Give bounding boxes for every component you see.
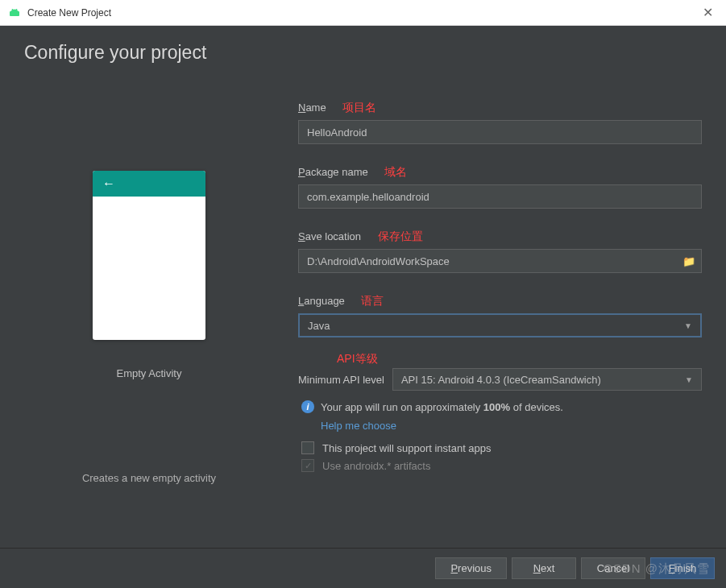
info-icon: i	[301, 400, 314, 413]
androidx-row: Use androidx.* artifacts	[298, 459, 702, 472]
cancel-button[interactable]: Cancel	[581, 557, 645, 579]
name-field: Name 项目名	[298, 100, 702, 144]
info-text: Your app will run on approximately 100% …	[321, 401, 563, 413]
location-field: Save location 保存位置 📁	[298, 229, 702, 273]
chevron-down-icon: ▼	[684, 321, 692, 330]
body-row: ← Empty Activity Creates a new empty act…	[24, 100, 702, 484]
previous-button[interactable]: Previous	[435, 557, 507, 579]
name-input[interactable]	[298, 120, 702, 144]
preview-header: ←	[93, 171, 205, 197]
android-icon	[8, 6, 21, 19]
chevron-down-icon: ▼	[685, 375, 693, 384]
api-value: API 15: Android 4.0.3 (IceCreamSandwich)	[401, 374, 601, 386]
api-select[interactable]: API 15: Android 4.0.3 (IceCreamSandwich)…	[392, 368, 702, 391]
language-select[interactable]: Java ▼	[298, 313, 702, 337]
window-title: Create New Project	[27, 7, 111, 19]
back-arrow-icon: ←	[102, 176, 115, 191]
language-annotation: 语言	[361, 294, 384, 307]
package-field: Package name 域名	[298, 164, 702, 209]
name-annotation: 项目名	[342, 101, 376, 114]
page-title: Configure your project	[24, 42, 702, 64]
right-column: Name 项目名 Package name 域名 Save location	[298, 100, 702, 484]
package-label: Package name	[298, 166, 368, 178]
location-annotation: 保存位置	[378, 230, 423, 242]
title-bar: Create New Project ✕	[0, 0, 726, 26]
activity-preview-card: ←	[93, 171, 205, 340]
language-value: Java	[308, 320, 330, 332]
finish-button[interactable]: Finish	[650, 557, 715, 579]
button-bar: Previous Next Cancel Finish	[0, 548, 726, 588]
title-left: Create New Project	[8, 6, 111, 19]
location-label: Save location	[298, 230, 361, 242]
svg-rect-0	[10, 11, 19, 16]
main-area: Configure your project ← Empty Activity …	[0, 26, 726, 588]
folder-browse-icon[interactable]: 📁	[682, 255, 695, 267]
instant-apps-checkbox[interactable]	[301, 441, 314, 454]
instant-apps-row: This project will support instant apps	[298, 441, 702, 454]
help-link[interactable]: Help me choose	[321, 420, 702, 432]
language-label: Language	[298, 295, 345, 307]
package-input[interactable]	[298, 184, 702, 209]
next-button[interactable]: Next	[512, 557, 576, 579]
api-field: Minimum API level API 15: Android 4.0.3 …	[298, 368, 702, 391]
preview-label: Empty Activity	[117, 367, 182, 379]
close-icon[interactable]: ✕	[698, 5, 718, 20]
androidx-label: Use androidx.* artifacts	[322, 460, 430, 472]
left-column: ← Empty Activity Creates a new empty act…	[24, 100, 274, 484]
package-annotation: 域名	[384, 165, 407, 178]
api-annotation: API等级	[337, 352, 702, 366]
instant-apps-label: This project will support instant apps	[322, 442, 492, 454]
androidx-checkbox	[301, 459, 314, 472]
location-input[interactable]	[298, 249, 702, 273]
preview-description: Creates a new empty activity	[82, 472, 216, 484]
content: Configure your project ← Empty Activity …	[0, 26, 726, 548]
info-row: i Your app will run on approximately 100…	[298, 400, 702, 413]
language-field: Language 语言 Java ▼	[298, 293, 702, 337]
api-label: Minimum API level	[298, 374, 384, 386]
name-label: Name	[298, 101, 326, 114]
